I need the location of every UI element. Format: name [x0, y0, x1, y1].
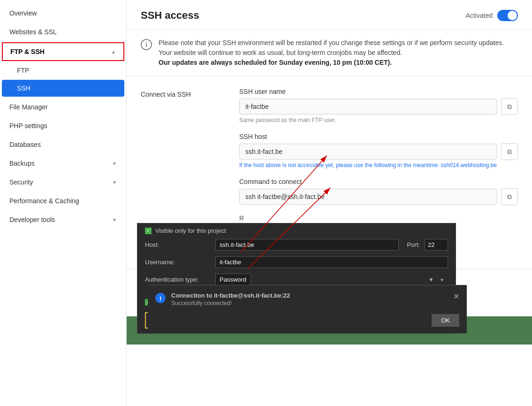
- visible-only-checkbox[interactable]: ✓: [145, 228, 152, 234]
- success-title: Connection to it-factbe@ssh.it-fact.be:2…: [171, 292, 290, 299]
- info-text: Please note that your SSH environment wi…: [159, 38, 518, 68]
- chevron-up-icon: ▲: [111, 49, 116, 54]
- username-label: SSH user name: [239, 88, 518, 95]
- sidebar-item-overview[interactable]: Overview: [0, 4, 126, 23]
- ok-button[interactable]: OK: [432, 314, 459, 327]
- copy-host-button[interactable]: ⧉: [501, 143, 518, 160]
- chevron-down-icon: ▼: [112, 180, 117, 185]
- fz-host-row: Host: Port:: [137, 236, 456, 253]
- fz-auth-label: Authentication type:: [145, 276, 211, 283]
- sidebar-item-security[interactable]: Security ▼: [0, 173, 126, 192]
- sidebar-item-backups[interactable]: Backups ▼: [0, 154, 126, 173]
- sidebar-item-php-settings[interactable]: PHP settings: [0, 116, 126, 135]
- main-content: SSH access Activated i Please note that …: [127, 0, 532, 406]
- chevron-down-icon: ▼: [112, 161, 117, 166]
- page-header: SSH access Activated: [127, 0, 532, 30]
- fz-username-label: Username:: [145, 259, 211, 266]
- command-group: Command to connect ⧉: [239, 178, 518, 205]
- fz-host-input[interactable]: [215, 239, 399, 251]
- success-close-button[interactable]: ✕: [453, 292, 459, 301]
- success-popup: i Connection to it-factbe@ssh.it-fact.be…: [148, 285, 467, 333]
- fz-username-input[interactable]: [215, 256, 448, 268]
- page-title: SSH access: [141, 9, 199, 22]
- command-label: Command to connect: [239, 178, 518, 185]
- fz-username-row: Username:: [137, 253, 456, 271]
- sidebar: Overview Websites & SSL FTP & SSH ▲ FTP …: [0, 0, 127, 406]
- fz-auth-select[interactable]: Password: [215, 274, 251, 285]
- ssh-username-input[interactable]: [239, 99, 497, 115]
- command-input-row: ⧉: [239, 188, 518, 205]
- visible-only-label: Visible only for this project: [155, 227, 226, 234]
- success-info-icon: i: [155, 293, 166, 303]
- fz-port-label: Port:: [407, 241, 420, 248]
- success-message: Connection to it-factbe@ssh.it-fact.be:2…: [171, 292, 290, 306]
- fz-auth-select-wrapper: Password ▼: [215, 274, 448, 285]
- username-group: SSH user name ⧉ Same password as the mai…: [239, 88, 518, 123]
- host-group: SSH host ⧉ If the host above is not acce…: [239, 133, 518, 169]
- sidebar-item-ssh[interactable]: SSH: [2, 80, 124, 97]
- dropdown-arrow: ▼: [428, 276, 434, 283]
- sidebar-item-ftp-ssh[interactable]: FTP & SSH ▲: [2, 42, 124, 61]
- host-input-row: ⧉: [239, 143, 518, 160]
- info-icon: i: [141, 39, 152, 50]
- username-input-row: ⧉: [239, 98, 518, 115]
- sidebar-item-file-manager[interactable]: File Manager: [0, 98, 126, 116]
- activation-toggle[interactable]: [497, 10, 518, 21]
- fz-host-label: Host:: [145, 241, 211, 248]
- sidebar-item-performance[interactable]: Performance & Caching: [0, 192, 126, 210]
- success-header: i Connection to it-factbe@ssh.it-fact.be…: [155, 292, 459, 312]
- sidebar-item-websites-ssl[interactable]: Websites & SSL: [0, 23, 126, 41]
- sidebar-item-databases[interactable]: Databases: [0, 135, 126, 154]
- copy-username-button[interactable]: ⧉: [501, 98, 518, 115]
- chevron-down-icon: ▼: [112, 217, 117, 222]
- visible-only-row: ✓ Visible only for this project: [137, 223, 456, 236]
- copy-command-button[interactable]: ⧉: [501, 188, 518, 205]
- host-label: SSH host: [239, 133, 518, 140]
- ssh-command-input[interactable]: [239, 189, 497, 205]
- filezilla-modal: ✓ Visible only for this project Host: Po…: [137, 223, 456, 334]
- success-subtitle: Successfully connected!: [171, 300, 290, 306]
- success-body: i Connection to it-factbe@ssh.it-fact.be…: [155, 292, 290, 306]
- sidebar-item-ftp[interactable]: FTP: [0, 62, 126, 79]
- fz-port-input[interactable]: [425, 239, 448, 251]
- activation-toggle-container: Activated: [465, 10, 518, 21]
- host-hint: If the host above is not accessible yet,…: [239, 162, 518, 169]
- ssh-host-input[interactable]: [239, 144, 497, 160]
- username-hint: Same password as the main FTP user.: [239, 117, 518, 123]
- activation-label: Activated: [465, 12, 493, 19]
- info-banner: i Please note that your SSH environment …: [127, 30, 532, 77]
- sidebar-item-developer-tools[interactable]: Developer tools ▼: [0, 210, 126, 229]
